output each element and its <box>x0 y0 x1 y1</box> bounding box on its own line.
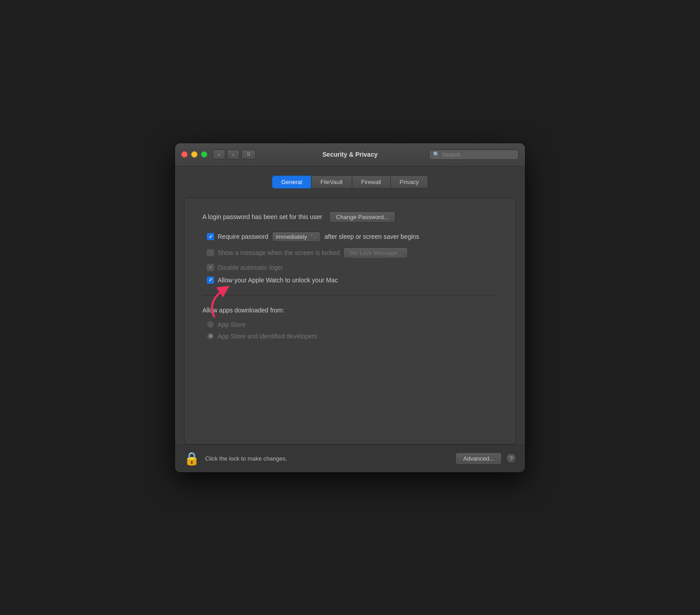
app-store-radio-row: App Store <box>202 321 498 328</box>
grid-button[interactable]: ⠿ <box>241 149 256 159</box>
help-button[interactable]: ? <box>506 453 516 463</box>
app-store-label: App Store <box>218 321 245 328</box>
tab-filevault[interactable]: FileVault <box>311 176 352 189</box>
nav-buttons: ‹ › <box>213 149 240 159</box>
login-row: A login password has been set for this u… <box>202 211 498 223</box>
apple-watch-section: Allow your Apple Watch to unlock your Ma… <box>202 277 498 284</box>
show-message-label: Show a message when the screen is locked <box>218 249 340 256</box>
section-divider <box>202 295 498 295</box>
forward-button[interactable]: › <box>227 149 240 159</box>
change-password-button[interactable]: Change Password... <box>329 211 395 223</box>
search-input[interactable] <box>442 151 515 158</box>
allow-apps-section: Allow apps downloaded from: App Store Ap… <box>202 307 498 340</box>
disable-auto-login-row: Disable automatic login <box>202 264 498 271</box>
allow-apps-label: Allow apps downloaded from: <box>202 307 498 314</box>
apple-watch-checkbox[interactable] <box>207 277 214 284</box>
forward-icon: › <box>232 151 234 158</box>
apple-watch-row: Allow your Apple Watch to unlock your Ma… <box>202 277 498 284</box>
app-store-developers-label: App Store and identified developers <box>218 333 317 340</box>
show-message-checkbox[interactable] <box>207 249 214 256</box>
main-panel: A login password has been set for this u… <box>184 198 516 444</box>
search-box[interactable]: 🔍 <box>429 149 519 160</box>
lock-icon[interactable]: 🔒 <box>184 451 200 466</box>
app-store-developers-radio-row: App Store and identified developers <box>202 333 498 340</box>
window-title: Security & Privacy <box>323 151 378 158</box>
titlebar: ‹ › ⠿ Security & Privacy 🔍 <box>175 143 525 167</box>
minimize-button[interactable] <box>191 151 197 158</box>
zoom-button[interactable] <box>201 151 207 158</box>
tab-privacy[interactable]: Privacy <box>390 176 429 189</box>
show-message-row: Show a message when the screen is locked… <box>202 247 498 259</box>
lock-label: Click the lock to make changes. <box>205 455 287 462</box>
require-password-checkbox[interactable] <box>207 233 214 240</box>
grid-icon: ⠿ <box>247 152 250 158</box>
content-area: General FileVault Firewall Privacy A log… <box>175 167 525 444</box>
tab-general[interactable]: General <box>272 176 311 189</box>
tabs-container: General FileVault Firewall Privacy <box>184 176 516 189</box>
immediately-value: immediately <box>276 233 307 240</box>
login-text: A login password has been set for this u… <box>202 213 322 220</box>
advanced-button[interactable]: Advanced... <box>455 452 502 465</box>
back-button[interactable]: ‹ <box>213 149 225 159</box>
app-store-radio[interactable] <box>207 321 214 328</box>
search-icon: 🔍 <box>433 151 440 158</box>
set-lock-message-button[interactable]: Set Lock Message... <box>343 247 408 259</box>
bottom-bar: 🔒 Click the lock to make changes. Advanc… <box>175 444 525 472</box>
app-store-developers-radio[interactable] <box>207 333 214 340</box>
disable-auto-login-checkbox[interactable] <box>207 264 214 271</box>
traffic-lights <box>181 151 207 158</box>
dropdown-arrow-icon: ⌃⌄ <box>310 234 317 239</box>
require-password-row: Require password immediately ⌃⌄ after sl… <box>202 232 498 242</box>
tab-firewall[interactable]: Firewall <box>352 176 390 189</box>
close-button[interactable] <box>181 151 188 158</box>
disable-auto-login-label: Disable automatic login <box>218 264 283 271</box>
apple-watch-label: Allow your Apple Watch to unlock your Ma… <box>218 277 338 284</box>
require-password-label: Require password <box>218 233 268 240</box>
bottom-right: Advanced... ? <box>455 452 516 465</box>
main-window: ‹ › ⠿ Security & Privacy 🔍 General FileV… <box>175 143 525 472</box>
immediately-dropdown[interactable]: immediately ⌃⌄ <box>272 232 321 242</box>
after-sleep-label: after sleep or screen saver begins <box>324 233 419 240</box>
back-icon: ‹ <box>218 151 220 158</box>
